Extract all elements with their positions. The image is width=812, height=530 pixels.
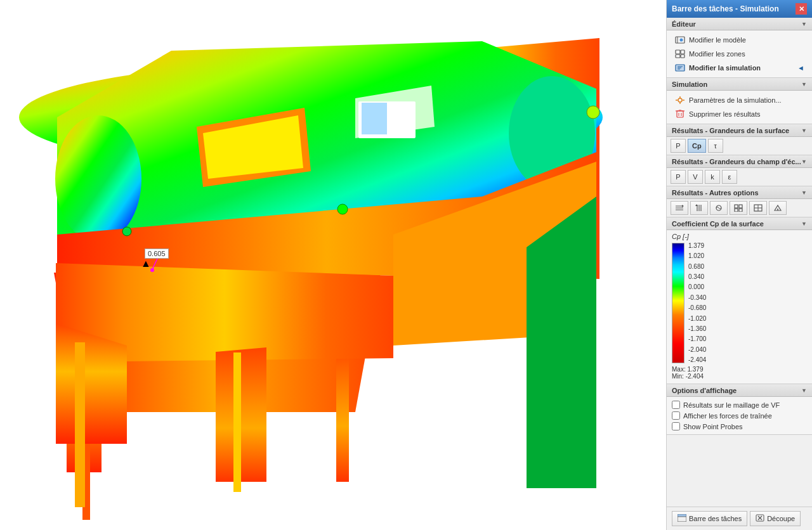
probes-checkbox[interactable]: [672, 422, 680, 430]
svg-rect-57: [735, 209, 738, 212]
svg-rect-21: [75, 342, 85, 507]
coefficient-header[interactable]: Coefficient Cp de la surface ▼: [667, 217, 812, 230]
resultats-autres-chevron: ▼: [801, 190, 807, 196]
resultats-surface-toolbar: P Cp τ: [667, 137, 812, 155]
autres-btn-5[interactable]: [749, 201, 767, 215]
trainee-checkbox-row[interactable]: Afficher les forces de traînée: [672, 410, 807, 421]
resultats-autres-label: Résultats - Autres options: [672, 189, 759, 197]
svg-point-25: [337, 204, 348, 214]
simulation-label: Simulation: [672, 81, 707, 88]
trainee-label: Afficher les forces de traînée: [683, 412, 772, 420]
min-value: -2.404: [686, 373, 704, 380]
toolbar-icon: [678, 514, 686, 523]
options-label: Options d'affichage: [672, 387, 737, 394]
resultats-champ-toolbar: P V k ε: [667, 168, 812, 186]
legend-gradient: [672, 243, 684, 363]
surface-btn-p[interactable]: P: [671, 139, 686, 153]
svg-rect-47: [677, 111, 683, 117]
trainee-checkbox[interactable]: [672, 411, 680, 420]
decoupe-button[interactable]: Découpe: [750, 511, 801, 526]
legend-values: 1.379 1.020 0.680 0.340 0.000 -0.340 -0.…: [688, 243, 706, 363]
champ-btn-epsilon[interactable]: ε: [722, 170, 737, 184]
modifier-modele-label: Modifier le modèle: [689, 36, 746, 44]
parametres-item[interactable]: Paramètres de la simulation...: [671, 93, 808, 107]
editeur-content: Modifier le modèle Modifier les zones Mo…: [667, 30, 812, 77]
cfd-viewport[interactable]: 0.605 ▲: [0, 0, 666, 530]
svg-rect-16: [362, 103, 387, 134]
maillage-checkbox-row[interactable]: Résultats sur le maillage de VF: [672, 399, 807, 410]
modifier-simulation-item[interactable]: Modifier la simulation ◄: [671, 61, 808, 75]
legend-minmax: Max: 1.379 Min: -2.404: [672, 366, 807, 380]
supprimer-label: Supprimer les résultats: [689, 110, 761, 118]
autres-btn-3[interactable]: [710, 201, 728, 215]
resultats-surface-section: Résultats - Grandeurs de la surface ▼ P …: [667, 124, 812, 155]
options-chevron: ▼: [801, 387, 807, 394]
modifier-zones-label: Modifier les zones: [689, 50, 745, 58]
simulation-header[interactable]: Simulation ▼: [667, 78, 812, 91]
legend-bar: [672, 243, 684, 363]
autres-btn-6[interactable]: [769, 201, 787, 215]
options-header[interactable]: Options d'affichage ▼: [667, 384, 812, 397]
legend-val-9: -1.700: [688, 336, 706, 342]
params-icon: [674, 95, 686, 105]
probes-label: Show Point Probes: [683, 423, 743, 430]
simulation-content: Paramètres de la simulation... Supprimer…: [667, 91, 812, 124]
svg-point-10: [55, 115, 141, 242]
simulation-arrow: ◄: [797, 64, 804, 72]
legend-val-4: 0.000: [688, 284, 706, 290]
legend-val-6: -0.680: [688, 305, 706, 311]
svg-rect-35: [676, 55, 680, 58]
coefficient-section: Coefficient Cp de la surface ▼ Cp [-] 1.…: [667, 217, 812, 384]
svg-point-42: [678, 98, 682, 102]
resultats-autres-toolbar: [667, 199, 812, 217]
coefficient-chevron: ▼: [801, 221, 807, 227]
editeur-chevron: ▼: [801, 21, 807, 27]
decoupe-label: Découpe: [767, 515, 795, 522]
autres-btn-4[interactable]: [730, 201, 747, 215]
model-icon: [674, 35, 686, 45]
resultats-champ-header[interactable]: Résultats - Grandeurs du champ d'éc... ▼: [667, 155, 812, 168]
autres-btn-1[interactable]: [671, 201, 688, 215]
modifier-zones-item[interactable]: Modifier les zones: [671, 47, 808, 61]
resultats-champ-section: Résultats - Grandeurs du champ d'éc... ▼…: [667, 155, 812, 186]
max-label: Max:: [672, 366, 686, 373]
champ-btn-p[interactable]: P: [671, 170, 686, 184]
svg-point-26: [587, 106, 599, 119]
editeur-label: Éditeur: [672, 20, 696, 28]
max-value: 1.379: [687, 366, 703, 373]
zones-icon: [674, 49, 686, 59]
probes-checkbox-row[interactable]: Show Point Probes: [672, 421, 807, 432]
resultats-champ-label: Résultats - Grandeurs du champ d'éc...: [672, 158, 801, 165]
resultats-autres-header[interactable]: Résultats - Autres options ▼: [667, 186, 812, 199]
legend-val-5: -0.340: [688, 295, 706, 301]
surface-btn-tau[interactable]: τ: [708, 139, 723, 153]
svg-rect-34: [681, 50, 684, 54]
legend-val-8: -1.360: [688, 326, 706, 332]
maillage-checkbox[interactable]: [672, 401, 680, 409]
resultats-champ-chevron: ▼: [801, 158, 807, 165]
legend-unit: Cp [-]: [672, 233, 807, 240]
svg-rect-55: [735, 205, 738, 208]
svg-marker-52: [682, 205, 684, 207]
surface-btn-cp[interactable]: Cp: [688, 139, 706, 153]
modifier-modele-item[interactable]: Modifier le modèle: [671, 33, 808, 47]
svg-rect-65: [678, 514, 686, 517]
maillage-label: Résultats sur le maillage de VF: [683, 401, 780, 409]
resultats-surface-chevron: ▼: [801, 127, 807, 134]
svg-rect-36: [681, 55, 684, 58]
simulation-chevron: ▼: [801, 81, 807, 87]
supprimer-item[interactable]: Supprimer les résultats: [671, 107, 808, 121]
barre-taches-button[interactable]: Barre des tâches: [672, 511, 747, 526]
coefficient-label: Coefficient Cp de la surface: [672, 220, 764, 228]
resultats-surface-header[interactable]: Résultats - Grandeurs de la surface ▼: [667, 124, 812, 137]
barre-taches-label: Barre des tâches: [689, 515, 742, 522]
autres-btn-2[interactable]: [690, 201, 708, 215]
modifier-simulation-label: Modifier la simulation: [689, 64, 761, 72]
champ-btn-k[interactable]: k: [705, 170, 720, 184]
panel-close-button[interactable]: ✕: [796, 3, 807, 15]
champ-btn-v[interactable]: V: [688, 170, 703, 184]
resultats-surface-label: Résultats - Grandeurs de la surface: [672, 127, 789, 134]
editeur-section: Éditeur ▼ Modifier le modèle Modifier le…: [667, 18, 812, 78]
editeur-header[interactable]: Éditeur ▼: [667, 18, 812, 30]
options-content: Résultats sur le maillage de VF Afficher…: [667, 397, 812, 434]
